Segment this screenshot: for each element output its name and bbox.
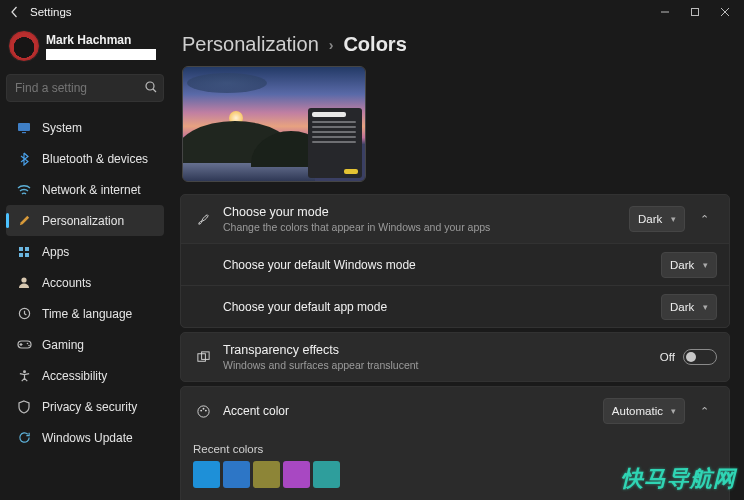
sidebar-item-label: Accessibility bbox=[42, 369, 107, 383]
windows-mode-title: Choose your default Windows mode bbox=[223, 258, 661, 272]
svg-point-13 bbox=[23, 370, 26, 373]
sidebar-item-apps[interactable]: Apps bbox=[6, 236, 164, 267]
update-icon bbox=[14, 430, 34, 446]
svg-point-11 bbox=[26, 343, 28, 345]
transparency-title: Transparency effects bbox=[223, 343, 660, 357]
svg-point-1 bbox=[146, 82, 154, 90]
sidebar-item-label: Gaming bbox=[42, 338, 84, 352]
accent-card: Accent color Automatic ▾ ⌃ Recent colors… bbox=[180, 386, 730, 500]
windows-mode-value: Dark bbox=[670, 259, 694, 271]
app-mode-title: Choose your default app mode bbox=[223, 300, 661, 314]
sidebar-item-accessibility[interactable]: Accessibility bbox=[6, 360, 164, 391]
gaming-icon bbox=[14, 337, 34, 353]
accounts-icon bbox=[14, 275, 34, 291]
sidebar-item-update[interactable]: Windows Update bbox=[6, 422, 164, 453]
profile-email bbox=[46, 49, 156, 60]
profile-name: Mark Hachman bbox=[46, 33, 156, 47]
search-input[interactable] bbox=[6, 74, 164, 102]
svg-rect-7 bbox=[25, 253, 29, 257]
brush-icon bbox=[193, 212, 213, 227]
network-icon bbox=[14, 182, 34, 198]
sidebar-item-network[interactable]: Network & internet bbox=[6, 174, 164, 205]
svg-point-18 bbox=[202, 407, 204, 409]
sidebar-item-label: Network & internet bbox=[42, 183, 141, 197]
profile-block[interactable]: Mark Hachman bbox=[6, 28, 164, 70]
svg-rect-2 bbox=[18, 123, 30, 131]
svg-point-17 bbox=[200, 409, 202, 411]
sidebar-item-bluetooth[interactable]: Bluetooth & devices bbox=[6, 143, 164, 174]
recent-color-swatch[interactable] bbox=[253, 461, 280, 488]
chevron-down-icon: ▾ bbox=[671, 214, 676, 224]
choose-mode-value: Dark bbox=[638, 213, 662, 225]
bluetooth-icon bbox=[14, 151, 34, 167]
time-icon bbox=[14, 306, 34, 322]
breadcrumb: Personalization › Colors bbox=[180, 29, 730, 66]
chevron-down-icon: ▾ bbox=[703, 260, 708, 270]
svg-point-8 bbox=[21, 277, 26, 282]
sidebar-item-gaming[interactable]: Gaming bbox=[6, 329, 164, 360]
content-area: Personalization › Colors Choose your mod… bbox=[170, 23, 744, 500]
minimize-button[interactable] bbox=[650, 1, 680, 23]
transparency-icon bbox=[193, 350, 213, 365]
apps-icon bbox=[14, 244, 34, 260]
transparency-card: Transparency effects Windows and surface… bbox=[180, 332, 730, 382]
windows-mode-dropdown[interactable]: Dark ▾ bbox=[661, 252, 717, 278]
sidebar-item-privacy[interactable]: Privacy & security bbox=[6, 391, 164, 422]
app-mode-value: Dark bbox=[670, 301, 694, 313]
choose-mode-desc: Change the colors that appear in Windows… bbox=[223, 221, 629, 233]
sidebar-item-label: System bbox=[42, 121, 82, 135]
back-button[interactable] bbox=[4, 1, 26, 23]
accent-value: Automatic bbox=[612, 405, 663, 417]
sidebar-item-time[interactable]: Time & language bbox=[6, 298, 164, 329]
sidebar-item-label: Apps bbox=[42, 245, 69, 259]
app-mode-dropdown[interactable]: Dark ▾ bbox=[661, 294, 717, 320]
sidebar: Mark Hachman SystemBluetooth & devicesNe… bbox=[0, 23, 170, 500]
choose-mode-dropdown[interactable]: Dark ▾ bbox=[629, 206, 685, 232]
sidebar-item-label: Personalization bbox=[42, 214, 124, 228]
transparency-state-label: Off bbox=[660, 351, 675, 363]
window-title: Settings bbox=[30, 6, 72, 18]
accent-dropdown[interactable]: Automatic ▾ bbox=[603, 398, 685, 424]
breadcrumb-parent[interactable]: Personalization bbox=[182, 33, 319, 56]
sidebar-item-label: Time & language bbox=[42, 307, 132, 321]
sidebar-item-label: Accounts bbox=[42, 276, 91, 290]
theme-preview bbox=[182, 66, 366, 182]
choose-mode-expand[interactable]: ⌃ bbox=[691, 206, 717, 232]
close-button[interactable] bbox=[710, 1, 740, 23]
sidebar-item-personalization[interactable]: Personalization bbox=[6, 205, 164, 236]
svg-point-19 bbox=[204, 409, 206, 411]
accessibility-icon bbox=[14, 368, 34, 384]
svg-rect-0 bbox=[692, 8, 699, 15]
sidebar-item-label: Bluetooth & devices bbox=[42, 152, 148, 166]
search-box[interactable] bbox=[6, 74, 164, 102]
search-icon bbox=[144, 80, 158, 94]
chevron-down-icon: ▾ bbox=[703, 302, 708, 312]
transparency-toggle[interactable] bbox=[683, 349, 717, 365]
svg-point-12 bbox=[28, 345, 30, 347]
choose-mode-card: Choose your mode Change the colors that … bbox=[180, 194, 730, 328]
recent-color-swatch[interactable] bbox=[313, 461, 340, 488]
recent-color-swatch[interactable] bbox=[223, 461, 250, 488]
system-icon bbox=[14, 120, 34, 136]
avatar bbox=[8, 30, 40, 62]
sidebar-item-label: Privacy & security bbox=[42, 400, 137, 414]
privacy-icon bbox=[14, 399, 34, 415]
choose-mode-title: Choose your mode bbox=[223, 205, 629, 219]
accent-expand[interactable]: ⌃ bbox=[691, 398, 717, 424]
breadcrumb-current: Colors bbox=[343, 33, 406, 56]
recent-color-swatch[interactable] bbox=[283, 461, 310, 488]
sidebar-item-accounts[interactable]: Accounts bbox=[6, 267, 164, 298]
maximize-button[interactable] bbox=[680, 1, 710, 23]
personalization-icon bbox=[14, 213, 34, 229]
chevron-down-icon: ▾ bbox=[671, 406, 676, 416]
chevron-right-icon: › bbox=[329, 37, 334, 53]
svg-rect-4 bbox=[19, 247, 23, 251]
recent-color-swatch[interactable] bbox=[193, 461, 220, 488]
palette-icon bbox=[193, 404, 213, 419]
svg-rect-3 bbox=[22, 132, 26, 133]
transparency-desc: Windows and surfaces appear translucent bbox=[223, 359, 660, 371]
svg-rect-6 bbox=[19, 253, 23, 257]
sidebar-item-label: Windows Update bbox=[42, 431, 133, 445]
sidebar-item-system[interactable]: System bbox=[6, 112, 164, 143]
accent-title: Accent color bbox=[223, 404, 603, 418]
